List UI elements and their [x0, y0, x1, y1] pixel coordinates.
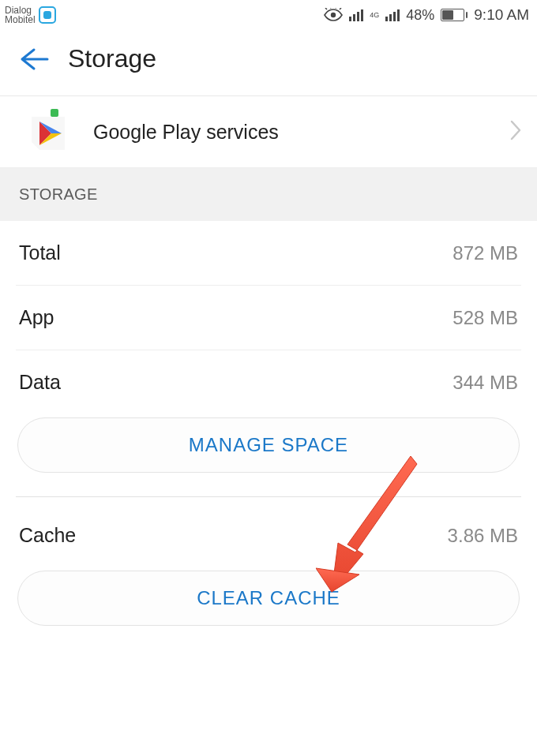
app-header: Storage — [0, 28, 537, 96]
clock: 9:10 AM — [474, 6, 529, 24]
row-cache-value: 3.86 MB — [448, 525, 518, 547]
section-heading-storage: STORAGE — [0, 168, 537, 221]
network-type-label: 4G — [370, 12, 379, 19]
row-data-value: 344 MB — [453, 372, 518, 394]
row-app-label: App — [19, 306, 54, 329]
carrier-label: Dialog Mobitel — [5, 6, 36, 24]
row-data-label: Data — [19, 371, 61, 394]
battery-icon — [441, 9, 468, 21]
notification-icon — [39, 6, 56, 24]
row-total-label: Total — [19, 241, 61, 264]
eye-comfort-icon — [324, 8, 343, 22]
row-total-value: 872 MB — [453, 242, 518, 264]
clear-cache-button[interactable]: CLEAR CACHE — [17, 571, 520, 626]
carrier-line-2: Mobitel — [5, 15, 36, 24]
row-cache-label: Cache — [19, 524, 76, 547]
status-bar: Dialog Mobitel 4G 48% 9:10 AM — [0, 0, 537, 28]
svg-rect-1 — [51, 109, 58, 117]
signal-bars-1-icon — [349, 9, 363, 21]
app-info-row[interactable]: Google Play services — [0, 96, 537, 168]
row-cache: Cache 3.86 MB — [16, 503, 521, 561]
row-app-value: 528 MB — [453, 307, 518, 329]
svg-point-0 — [331, 13, 336, 17]
chevron-right-icon — [510, 120, 521, 144]
row-app: App 528 MB — [16, 286, 521, 350]
battery-percent: 48% — [406, 7, 434, 24]
row-total: Total 872 MB — [16, 221, 521, 286]
google-play-services-icon — [25, 109, 71, 155]
page-title: Storage — [68, 44, 156, 73]
row-data: Data 344 MB — [16, 350, 521, 408]
manage-space-button[interactable]: MANAGE SPACE — [17, 417, 520, 473]
back-button[interactable] — [17, 47, 49, 72]
app-name: Google Play services — [93, 121, 488, 144]
signal-bars-2-icon — [385, 9, 400, 21]
